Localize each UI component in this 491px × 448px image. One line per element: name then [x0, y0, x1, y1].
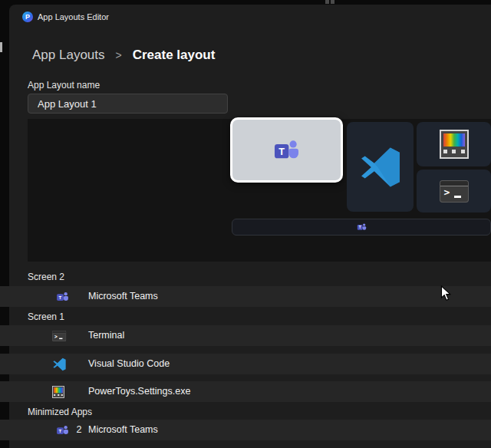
app-instance-count: 2: [73, 420, 85, 440]
section-header-screen-2: Screen 2: [28, 270, 64, 284]
app-layouts-editor-screen: P App Layouts Editor App Layouts > Creat…: [0, 0, 491, 448]
breadcrumb: App Layouts > Create layout: [32, 44, 215, 66]
app-row-label: Visual Studio Code: [88, 354, 170, 374]
section-header-minimized-apps: Minimized Apps: [28, 405, 92, 419]
list-item-microsoft-teams[interactable]: T Microsoft Teams: [0, 286, 491, 307]
list-item-visual-studio-code[interactable]: Visual Studio Code: [0, 354, 491, 374]
terminal-icon: >: [52, 331, 66, 341]
page-title: Create layout: [133, 48, 216, 63]
preview-tile-vscode[interactable]: [347, 122, 414, 212]
window-title: App Layouts Editor: [38, 12, 109, 21]
vscode-icon: [52, 357, 67, 371]
preview-tile-terminal[interactable]: >: [417, 170, 491, 212]
app-row-label: Terminal: [88, 325, 124, 346]
background-window-fragment: [325, 0, 334, 4]
section-header-screen-1: Screen 1: [28, 310, 64, 324]
breadcrumb-app-layouts[interactable]: App Layouts: [32, 48, 105, 63]
chevron-right-icon: >: [105, 49, 133, 61]
app-row-label: PowerToys.Settings.exe: [88, 381, 190, 402]
background-window-fragment-left: [0, 42, 2, 52]
app-row-label: Microsoft Teams: [88, 286, 158, 307]
preview-tile-powertoys-settings[interactable]: [417, 122, 491, 166]
layout-preview-canvas: T > T: [28, 119, 491, 262]
powertoys-settings-icon: [440, 130, 469, 159]
teams-icon: T: [57, 292, 68, 301]
layout-name-input[interactable]: [28, 94, 228, 114]
teams-icon: T: [275, 140, 298, 161]
vscode-icon: [358, 145, 403, 189]
list-item-powertoys-settings[interactable]: PowerToys.Settings.exe: [0, 381, 491, 402]
layout-name-label: App Layout name: [28, 80, 100, 91]
powertoys-app-icon: P: [22, 12, 33, 22]
preview-minimized-bar[interactable]: T: [232, 219, 491, 236]
title-bar: P App Layouts Editor: [9, 5, 491, 26]
list-item-minimized-microsoft-teams[interactable]: T 2 Microsoft Teams: [0, 420, 491, 440]
app-row-label: Microsoft Teams: [88, 420, 158, 440]
list-item-terminal[interactable]: > Terminal: [0, 325, 491, 346]
terminal-icon: >: [440, 180, 469, 203]
preview-tile-teams-selected[interactable]: T: [230, 117, 343, 183]
teams-icon: T: [57, 425, 68, 435]
teams-icon: T: [357, 223, 365, 231]
powertoys-settings-icon: [52, 386, 64, 398]
